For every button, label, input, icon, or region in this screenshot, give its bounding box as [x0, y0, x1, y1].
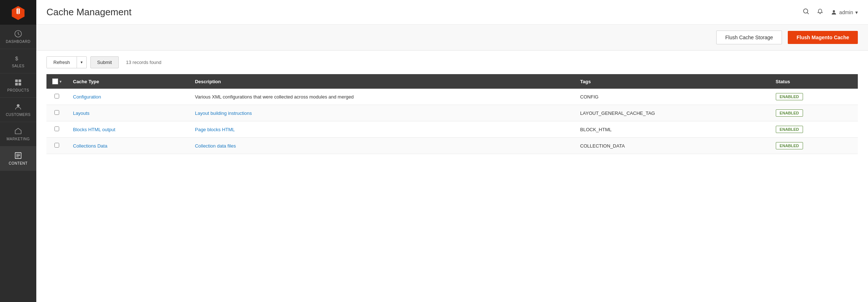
status-cell: ENABLED: [770, 105, 858, 121]
table-header-cache-type: Cache Type: [67, 74, 189, 89]
cache-type-cell: Configuration: [67, 89, 189, 105]
sidebar-item-marketing[interactable]: MARKETING: [0, 122, 36, 146]
sidebar-item-content-label: CONTENT: [9, 161, 28, 165]
sidebar-item-products[interactable]: PRODUCTS: [0, 73, 36, 98]
sidebar-item-products-label: PRODUCTS: [7, 88, 29, 92]
description-cell: Collection data files: [189, 138, 574, 154]
page-title: Cache Management: [46, 7, 131, 18]
table-header-tags: Tags: [574, 74, 770, 89]
admin-user-menu[interactable]: admin ▾: [831, 9, 858, 16]
sidebar-item-sales-label: SALES: [12, 64, 25, 68]
flush-cache-storage-button[interactable]: Flush Cache Storage: [716, 31, 782, 44]
status-cell: ENABLED: [770, 138, 858, 154]
tags-cell: LAYOUT_GENERAL_CACHE_TAG: [574, 105, 770, 121]
row-checkbox-cell: [46, 105, 67, 121]
description-link[interactable]: Collection data files: [195, 143, 236, 149]
select-all-arrow[interactable]: ▾: [60, 80, 61, 84]
row-checkbox-cell: [46, 121, 67, 138]
description-link[interactable]: Layout building instructions: [195, 110, 252, 116]
svg-point-9: [833, 10, 835, 12]
content-area: Flush Cache Storage Flush Magento Cache …: [36, 25, 868, 302]
table-header-status: Status: [770, 74, 858, 89]
cache-type-link[interactable]: Blocks HTML output: [73, 127, 115, 132]
description-link[interactable]: Page blocks HTML: [195, 127, 235, 132]
row-checkbox[interactable]: [54, 126, 59, 131]
status-badge: ENABLED: [776, 109, 803, 117]
cache-table-container: ▾ Cache Type Description Tags Status Con…: [36, 74, 868, 302]
admin-username: admin: [839, 9, 853, 15]
cache-toolbar: Flush Cache Storage Flush Magento Cache: [36, 25, 868, 51]
sidebar-item-dashboard[interactable]: DASHBOARD: [0, 25, 36, 49]
row-checkbox[interactable]: [54, 110, 59, 115]
row-checkbox[interactable]: [54, 143, 59, 148]
cache-type-cell: Collections Data: [67, 138, 189, 154]
table-header-checkbox: ▾: [46, 74, 67, 89]
notification-icon[interactable]: [817, 8, 823, 17]
svg-rect-4: [15, 83, 18, 85]
svg-text:$: $: [15, 56, 19, 61]
tags-cell: BLOCK_HTML: [574, 121, 770, 138]
sidebar-item-content[interactable]: CONTENT: [0, 146, 36, 171]
tags-cell: CONFIG: [574, 89, 770, 105]
sidebar-item-dashboard-label: DASHBOARD: [6, 40, 30, 44]
records-count: 13 records found: [126, 60, 162, 65]
cache-type-cell: Layouts: [67, 105, 189, 121]
svg-rect-2: [15, 80, 18, 82]
svg-rect-5: [19, 83, 21, 85]
sidebar: DASHBOARD $ SALES PRODUCTS CUSTOMERS MAR…: [0, 0, 36, 302]
search-icon[interactable]: [802, 8, 810, 17]
main-content: Cache Management admin ▾ Flush Cache Sto…: [36, 0, 868, 302]
refresh-dropdown-button[interactable]: ▾: [77, 57, 86, 68]
table-header-description: Description: [189, 74, 574, 89]
chevron-down-icon: ▾: [81, 60, 83, 64]
refresh-button[interactable]: Refresh: [47, 57, 77, 68]
header-actions: admin ▾: [802, 8, 858, 17]
submit-button[interactable]: Submit: [90, 56, 119, 68]
table-row: Blocks HTML outputPage blocks HTMLBLOCK_…: [46, 121, 858, 138]
table-row: Collections DataCollection data filesCOL…: [46, 138, 858, 154]
action-bar: Refresh ▾ Submit 13 records found: [36, 51, 868, 74]
status-badge: ENABLED: [776, 93, 803, 100]
sidebar-item-marketing-label: MARKETING: [7, 137, 30, 141]
svg-point-6: [17, 104, 19, 107]
sidebar-item-sales[interactable]: $ SALES: [0, 49, 36, 73]
refresh-button-group: Refresh ▾: [46, 56, 87, 68]
tags-cell: COLLECTION_DATA: [574, 138, 770, 154]
description-cell: Layout building instructions: [189, 105, 574, 121]
sidebar-item-customers-label: CUSTOMERS: [6, 113, 30, 117]
flush-magento-cache-button[interactable]: Flush Magento Cache: [788, 31, 858, 44]
cache-type-link[interactable]: Configuration: [73, 94, 101, 100]
status-cell: ENABLED: [770, 121, 858, 138]
status-badge: ENABLED: [776, 142, 803, 149]
page-header: Cache Management admin ▾: [36, 0, 868, 25]
cache-type-link[interactable]: Layouts: [73, 110, 90, 116]
row-checkbox-cell: [46, 138, 67, 154]
sidebar-logo: [0, 0, 36, 25]
select-all-checkbox[interactable]: [52, 78, 58, 84]
status-badge: ENABLED: [776, 126, 803, 133]
cache-table: ▾ Cache Type Description Tags Status Con…: [46, 74, 858, 154]
table-header-row: ▾ Cache Type Description Tags Status: [46, 74, 858, 89]
admin-dropdown-icon: ▾: [855, 9, 858, 15]
status-cell: ENABLED: [770, 89, 858, 105]
description-cell: Page blocks HTML: [189, 121, 574, 138]
table-row: LayoutsLayout building instructionsLAYOU…: [46, 105, 858, 121]
sidebar-item-customers[interactable]: CUSTOMERS: [0, 98, 36, 122]
table-row: ConfigurationVarious XML configurations …: [46, 89, 858, 105]
svg-rect-3: [19, 80, 21, 82]
description-cell: Various XML configurations that were col…: [189, 89, 574, 105]
cache-type-cell: Blocks HTML output: [67, 121, 189, 138]
cache-type-link[interactable]: Collections Data: [73, 143, 107, 149]
row-checkbox-cell: [46, 89, 67, 105]
row-checkbox[interactable]: [54, 94, 59, 98]
